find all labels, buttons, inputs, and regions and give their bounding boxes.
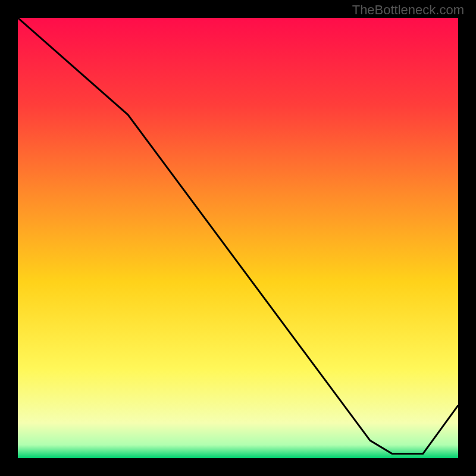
chart-plot-area: [18, 18, 458, 458]
watermark-text: TheBottleneck.com: [352, 2, 464, 18]
chart-line: [18, 18, 458, 458]
